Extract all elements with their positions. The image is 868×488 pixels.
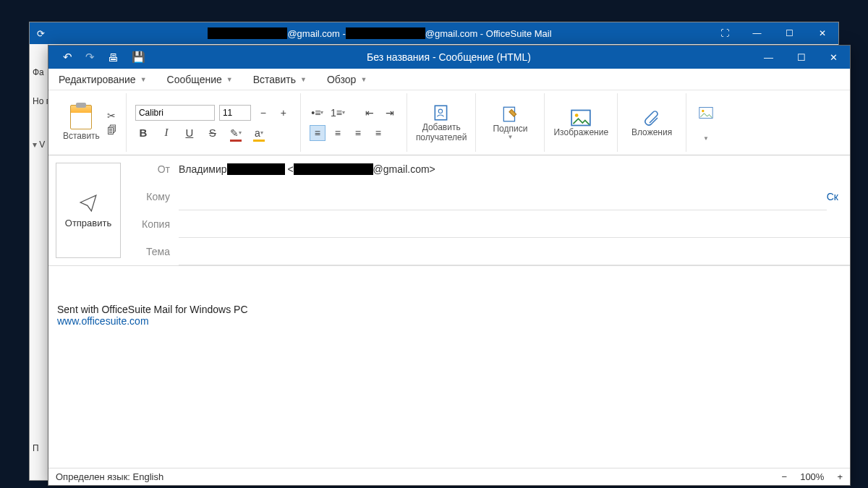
redacted-email-1 (208, 27, 287, 39)
cc-input[interactable] (179, 210, 850, 238)
numbered-list-button[interactable]: 1≡▾ (330, 105, 346, 121)
decrease-font-icon[interactable]: − (255, 105, 271, 121)
redo-icon[interactable]: ↷ (85, 51, 95, 64)
to-label: Кому (128, 191, 179, 202)
chevron-down-icon: ▼ (508, 134, 514, 140)
zoom-in-button[interactable]: + (837, 471, 843, 482)
redacted-from-surname (227, 163, 285, 175)
to-input[interactable] (179, 183, 827, 210)
send-label: Отправить (65, 218, 111, 228)
save-icon[interactable]: 💾 (132, 51, 145, 64)
cut-icon[interactable]: ✂ (107, 110, 117, 121)
svg-point-1 (438, 109, 442, 113)
compose-maximize-icon[interactable]: ☐ (785, 46, 817, 69)
back-item-file[interactable]: Фа (30, 66, 48, 95)
subject-input[interactable] (179, 238, 850, 265)
back-item-new[interactable]: Но пи (30, 95, 48, 138)
status-bar: Определен язык: English − 100% + (48, 468, 850, 485)
signatures-button[interactable]: Подписи ▼ (485, 105, 535, 140)
align-left-button[interactable]: ≡ (310, 125, 326, 141)
compose-header: Отправить От Владимир < @gmail.com> Кому… (48, 155, 850, 266)
svg-point-6 (702, 110, 704, 112)
font-size-select[interactable] (219, 105, 251, 121)
compose-window: ↶ ↷ 🖶 💾 Без названия - Сообщение (HTML) … (48, 45, 851, 486)
redacted-email-2 (346, 27, 425, 39)
compose-close-icon[interactable]: ✕ (817, 46, 850, 69)
from-value: Владимир < @gmail.com> (179, 155, 850, 183)
back-left-column: Фа Но пи ▾ V П (30, 44, 48, 480)
italic-button[interactable]: I (158, 125, 174, 141)
zoom-level: 100% (800, 471, 824, 482)
group-image: Изображение (545, 93, 618, 152)
strikethrough-button[interactable]: S (205, 125, 221, 141)
group-signatures: Подписи ▼ (476, 93, 545, 152)
signatures-label: Подписи (493, 124, 527, 134)
cc-label: Копия (128, 218, 179, 230)
attachments-label: Вложения (631, 127, 672, 137)
highlight-button[interactable]: a▾ (251, 125, 267, 141)
group-paragraph: •≡▾ 1≡▾ ⇤ ⇥ ≡ ≡ ≡ ≡ (301, 93, 407, 152)
attachments-button[interactable]: Вложения (626, 108, 677, 137)
bold-button[interactable]: B (135, 125, 151, 141)
language-status: Определен язык: English (56, 471, 163, 482)
address-book-icon (432, 103, 451, 122)
ribbon: Вставить ✂ 🗐 − + B I U S ✎▾ (48, 90, 850, 155)
back-item-p[interactable]: П (30, 442, 48, 471)
picture-icon (699, 103, 713, 122)
copy-icon[interactable]: 🗐 (107, 124, 117, 136)
group-font: − + B I U S ✎▾ a▾ (127, 93, 301, 152)
add-recipients-label-2: получателей (416, 132, 467, 142)
paste-button[interactable]: Вставить (63, 105, 100, 141)
signature-text: Sent with OfficeSuite Mail for Windows P… (57, 304, 841, 315)
maximize-icon[interactable]: ☐ (773, 22, 806, 44)
chevron-down-icon: ▼ (703, 135, 709, 142)
group-misc: ▼ (686, 93, 720, 152)
subject-label: Тема (128, 246, 179, 257)
font-family-select[interactable] (135, 105, 215, 121)
bullet-list-button[interactable]: •≡▾ (310, 105, 326, 121)
picture-small-button[interactable]: ▼ (695, 103, 717, 142)
send-button[interactable]: Отправить (56, 163, 121, 258)
menu-insert[interactable]: Вставить▼ (253, 74, 307, 85)
undo-icon[interactable]: ↶ (63, 51, 72, 64)
paste-icon (70, 105, 92, 129)
title-text-2: @gmail.com - OfficeSuite Mail (425, 28, 552, 39)
fullscreen-icon[interactable]: ⛶ (708, 22, 741, 44)
font-color-button[interactable]: ✎▾ (228, 125, 244, 141)
menu-message[interactable]: Сообщение▼ (167, 74, 233, 85)
group-attachments: Вложения (618, 93, 686, 152)
refresh-icon[interactable]: ⟳ (30, 28, 51, 39)
increase-font-icon[interactable]: + (276, 105, 292, 121)
close-icon[interactable]: ✕ (806, 22, 838, 44)
minimize-icon[interactable]: — (741, 22, 773, 44)
outdent-button[interactable]: ⇤ (362, 105, 378, 121)
menu-review[interactable]: Обзор▼ (327, 74, 367, 85)
back-item-v[interactable]: ▾ V (30, 138, 48, 167)
insert-image-button[interactable]: Изображение (553, 108, 608, 137)
indent-button[interactable]: ⇥ (382, 105, 398, 121)
paperclip-icon (643, 108, 660, 127)
zoom-out-button[interactable]: − (782, 471, 788, 482)
underline-button[interactable]: U (182, 125, 197, 141)
main-titlebar: ⟳ @gmail.com - @gmail.com - OfficeSuite … (30, 22, 838, 44)
redacted-from-email (294, 163, 373, 175)
compose-titlebar: ↶ ↷ 🖶 💾 Без названия - Сообщение (HTML) … (48, 46, 850, 69)
align-center-button[interactable]: ≡ (330, 125, 346, 141)
compose-title: Без названия - Сообщение (HTML) (145, 51, 752, 63)
main-window-title: @gmail.com - @gmail.com - OfficeSuite Ma… (51, 27, 708, 39)
add-recipients-label-1: Добавить (422, 122, 461, 132)
title-text-1: @gmail.com - (287, 28, 345, 39)
compose-minimize-icon[interactable]: — (752, 46, 785, 69)
align-right-button[interactable]: ≡ (350, 125, 366, 141)
signature-link[interactable]: www.officesuite.com (57, 315, 841, 327)
group-clipboard: Вставить ✂ 🗐 (54, 93, 127, 152)
align-justify-button[interactable]: ≡ (370, 125, 386, 141)
image-icon (571, 108, 591, 127)
show-cc-link[interactable]: Ск (827, 191, 850, 202)
print-icon[interactable]: 🖶 (108, 51, 119, 64)
add-recipients-button[interactable]: Добавить получателей (416, 103, 467, 142)
group-recipients: Добавить получателей (407, 93, 477, 152)
image-label: Изображение (553, 127, 608, 137)
menu-edit[interactable]: Редактирование▼ (59, 74, 147, 85)
message-body[interactable]: Sent with OfficeSuite Mail for Windows P… (48, 266, 850, 468)
